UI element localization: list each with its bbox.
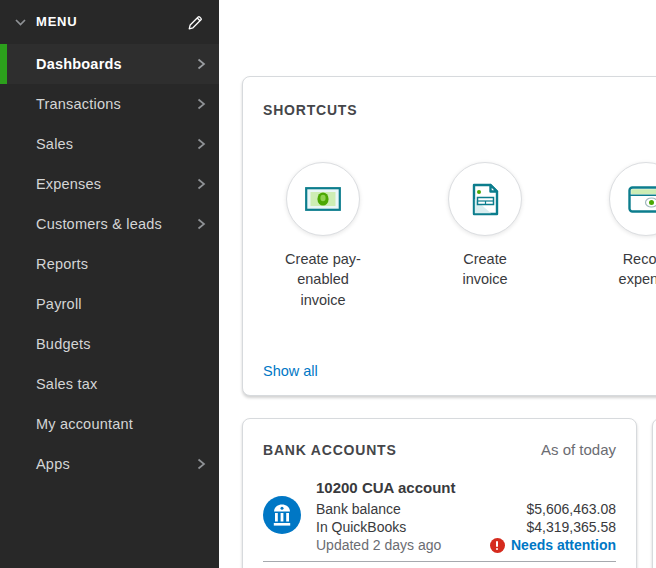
alert-icon: [490, 538, 505, 553]
banknote-icon: [305, 187, 341, 211]
shortcut-label: Create pay-enabled invoice: [277, 249, 369, 310]
account-details: 10200 CUA account Bank balance $5,606,46…: [316, 479, 616, 554]
chevron-right-icon: [195, 137, 207, 151]
bank-balance-label: Bank balance: [316, 501, 401, 517]
chevron-right-icon: [195, 57, 207, 71]
sidebar-item-sales[interactable]: Sales: [0, 124, 219, 164]
shortcut-create-invoice[interactable]: Create invoice: [425, 162, 545, 290]
in-quickbooks-label: In QuickBooks: [316, 519, 406, 535]
account-name: 10200 CUA account: [316, 479, 616, 496]
create-invoice-button[interactable]: [448, 162, 522, 236]
bank-icon: [263, 496, 301, 554]
sidebar-item-budgets[interactable]: Budgets: [0, 324, 219, 364]
record-expense-button[interactable]: [609, 162, 656, 236]
chevron-right-icon: [195, 177, 207, 191]
divider: [263, 561, 616, 562]
sidebar-item-dashboards[interactable]: Dashboards: [0, 44, 219, 84]
quickbooks-dashboard: MENU Dashboards Transactions Sales Expen…: [0, 0, 656, 568]
bank-balance-value: $5,606,463.08: [526, 501, 616, 517]
edit-menu-button[interactable]: [184, 12, 206, 34]
sidebar-nav: Dashboards Transactions Sales Expenses C…: [0, 44, 219, 484]
invoice-icon: [472, 183, 499, 216]
as-of-label: As of today: [541, 441, 616, 458]
in-quickbooks-value: $4,319,365.58: [526, 519, 616, 535]
bank-accounts-header: BANK ACCOUNTS As of today: [263, 441, 616, 458]
shortcut-label: Record expense: [600, 249, 656, 290]
bank-balance-row: Bank balance $5,606,463.08: [316, 500, 616, 518]
in-quickbooks-row: In QuickBooks $4,319,365.58: [316, 518, 616, 536]
needs-attention-link[interactable]: Needs attention: [490, 537, 616, 553]
chevron-right-icon: [195, 97, 207, 111]
sidebar-item-transactions[interactable]: Transactions: [0, 84, 219, 124]
create-pay-enabled-invoice-button[interactable]: [286, 162, 360, 236]
sidebar: MENU Dashboards Transactions Sales Expen…: [0, 0, 219, 568]
chevron-right-icon: [195, 217, 207, 231]
adjacent-card-partial: [652, 418, 656, 568]
shortcut-create-pay-enabled-invoice[interactable]: Create pay-enabled invoice: [263, 162, 383, 310]
sidebar-item-customers-leads[interactable]: Customers & leads: [0, 204, 219, 244]
updated-row: Updated 2 days ago Needs attention: [316, 536, 616, 554]
chevron-down-icon[interactable]: [13, 15, 28, 30]
shortcuts-title: SHORTCUTS: [263, 102, 357, 118]
bank-account-row: 10200 CUA account Bank balance $5,606,46…: [263, 479, 616, 554]
sidebar-item-payroll[interactable]: Payroll: [0, 284, 219, 324]
wallet-icon: [628, 186, 656, 213]
bank-accounts-title: BANK ACCOUNTS: [263, 442, 397, 458]
sidebar-item-apps[interactable]: Apps: [0, 444, 219, 484]
sidebar-item-sales-tax[interactable]: Sales tax: [0, 364, 219, 404]
menu-header[interactable]: MENU: [0, 0, 219, 44]
shortcut-record-expense[interactable]: Record expense: [586, 162, 656, 290]
active-accent-bar: [0, 44, 7, 84]
sidebar-item-reports[interactable]: Reports: [0, 244, 219, 284]
chevron-right-icon: [195, 457, 207, 471]
shortcuts-card: SHORTCUTS Create pay-enabled invoice: [242, 76, 656, 396]
sidebar-item-expenses[interactable]: Expenses: [0, 164, 219, 204]
pencil-icon: [186, 14, 204, 32]
menu-title: MENU: [36, 14, 77, 29]
shortcut-label: Create invoice: [439, 249, 531, 290]
sidebar-item-my-accountant[interactable]: My accountant: [0, 404, 219, 444]
status-label: Needs attention: [511, 537, 616, 553]
updated-label: Updated 2 days ago: [316, 537, 441, 553]
show-all-link[interactable]: Show all: [263, 363, 318, 379]
bank-accounts-card: BANK ACCOUNTS As of today: [242, 418, 637, 568]
